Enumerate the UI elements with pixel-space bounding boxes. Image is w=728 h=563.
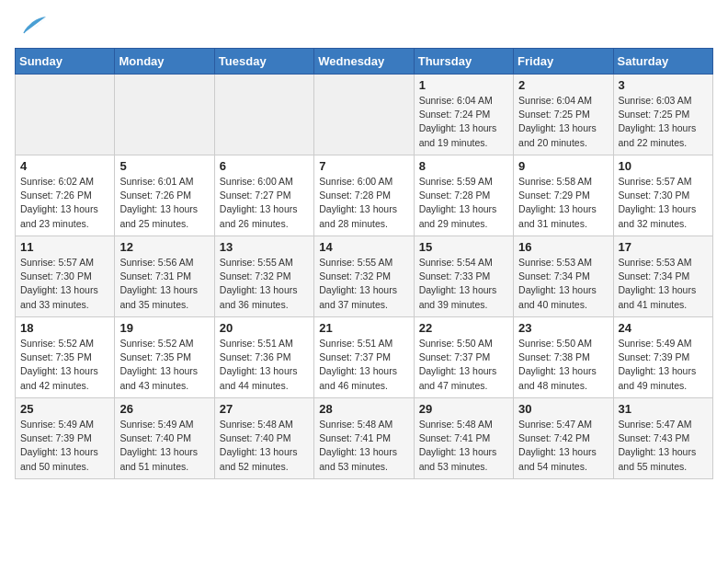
day-info: Sunrise: 5:51 AM Sunset: 7:37 PM Dayligh… (319, 337, 408, 393)
calendar-cell: 20Sunrise: 5:51 AM Sunset: 7:36 PM Dayli… (214, 317, 313, 398)
day-info: Sunrise: 5:47 AM Sunset: 7:43 PM Dayligh… (619, 418, 708, 474)
calendar-cell: 11Sunrise: 5:57 AM Sunset: 7:30 PM Dayli… (16, 236, 115, 317)
day-info: Sunrise: 5:52 AM Sunset: 7:35 PM Dayligh… (20, 337, 109, 393)
logo-bird-icon (15, 15, 48, 40)
weekday-header-wednesday: Wednesday (314, 49, 414, 75)
calendar-cell: 8Sunrise: 5:59 AM Sunset: 7:28 PM Daylig… (414, 155, 513, 236)
day-info: Sunrise: 5:53 AM Sunset: 7:34 PM Dayligh… (619, 256, 708, 312)
calendar-cell: 29Sunrise: 5:48 AM Sunset: 7:41 PM Dayli… (414, 398, 513, 479)
weekday-header-monday: Monday (115, 49, 214, 75)
day-number: 11 (20, 240, 109, 254)
day-number: 26 (119, 402, 209, 416)
day-info: Sunrise: 6:03 AM Sunset: 7:25 PM Dayligh… (619, 94, 708, 150)
calendar-cell (214, 75, 313, 155)
day-number: 8 (419, 159, 508, 173)
calendar-cell: 30Sunrise: 5:47 AM Sunset: 7:42 PM Dayli… (514, 398, 613, 479)
weekday-header-saturday: Saturday (613, 49, 712, 75)
day-info: Sunrise: 5:56 AM Sunset: 7:31 PM Dayligh… (119, 256, 209, 312)
day-info: Sunrise: 6:02 AM Sunset: 7:26 PM Dayligh… (20, 175, 109, 231)
calendar-cell: 27Sunrise: 5:48 AM Sunset: 7:40 PM Dayli… (214, 398, 313, 479)
day-info: Sunrise: 5:49 AM Sunset: 7:40 PM Dayligh… (119, 418, 209, 474)
weekday-header-thursday: Thursday (414, 49, 513, 75)
day-info: Sunrise: 5:53 AM Sunset: 7:34 PM Dayligh… (518, 256, 608, 312)
calendar-cell: 2Sunrise: 6:04 AM Sunset: 7:25 PM Daylig… (514, 75, 613, 155)
day-info: Sunrise: 5:55 AM Sunset: 7:32 PM Dayligh… (319, 256, 408, 312)
day-number: 22 (419, 321, 508, 335)
day-info: Sunrise: 6:00 AM Sunset: 7:28 PM Dayligh… (319, 175, 408, 231)
weekday-header-friday: Friday (514, 49, 613, 75)
day-number: 19 (119, 321, 209, 335)
page-header (15, 15, 713, 40)
calendar-cell: 26Sunrise: 5:49 AM Sunset: 7:40 PM Dayli… (115, 398, 214, 479)
calendar-cell: 7Sunrise: 6:00 AM Sunset: 7:28 PM Daylig… (314, 155, 414, 236)
calendar-cell: 4Sunrise: 6:02 AM Sunset: 7:26 PM Daylig… (16, 155, 115, 236)
day-info: Sunrise: 5:59 AM Sunset: 7:28 PM Dayligh… (419, 175, 508, 231)
calendar-cell: 21Sunrise: 5:51 AM Sunset: 7:37 PM Dayli… (314, 317, 414, 398)
calendar-cell: 25Sunrise: 5:49 AM Sunset: 7:39 PM Dayli… (16, 398, 115, 479)
day-info: Sunrise: 5:48 AM Sunset: 7:41 PM Dayligh… (319, 418, 408, 474)
day-info: Sunrise: 5:57 AM Sunset: 7:30 PM Dayligh… (619, 175, 708, 231)
day-info: Sunrise: 5:51 AM Sunset: 7:36 PM Dayligh… (220, 337, 309, 393)
calendar-cell (16, 75, 115, 155)
day-info: Sunrise: 5:57 AM Sunset: 7:30 PM Dayligh… (20, 256, 109, 312)
calendar-cell: 19Sunrise: 5:52 AM Sunset: 7:35 PM Dayli… (115, 317, 214, 398)
calendar-header: SundayMondayTuesdayWednesdayThursdayFrid… (16, 49, 713, 75)
day-info: Sunrise: 5:50 AM Sunset: 7:37 PM Dayligh… (419, 337, 508, 393)
day-info: Sunrise: 5:47 AM Sunset: 7:42 PM Dayligh… (518, 418, 608, 474)
day-info: Sunrise: 6:00 AM Sunset: 7:27 PM Dayligh… (220, 175, 309, 231)
day-number: 28 (319, 402, 408, 416)
calendar-cell: 23Sunrise: 5:50 AM Sunset: 7:38 PM Dayli… (514, 317, 613, 398)
day-number: 6 (220, 159, 309, 173)
calendar-cell: 1Sunrise: 6:04 AM Sunset: 7:24 PM Daylig… (414, 75, 513, 155)
calendar-cell: 17Sunrise: 5:53 AM Sunset: 7:34 PM Dayli… (613, 236, 712, 317)
day-number: 21 (319, 321, 408, 335)
calendar-table: SundayMondayTuesdayWednesdayThursdayFrid… (15, 48, 713, 479)
calendar-cell: 3Sunrise: 6:03 AM Sunset: 7:25 PM Daylig… (613, 75, 712, 155)
day-number: 20 (220, 321, 309, 335)
day-number: 30 (518, 402, 608, 416)
day-info: Sunrise: 5:48 AM Sunset: 7:41 PM Dayligh… (419, 418, 508, 474)
day-info: Sunrise: 6:01 AM Sunset: 7:26 PM Dayligh… (119, 175, 209, 231)
day-number: 23 (518, 321, 608, 335)
day-info: Sunrise: 5:54 AM Sunset: 7:33 PM Dayligh… (419, 256, 508, 312)
day-info: Sunrise: 5:52 AM Sunset: 7:35 PM Dayligh… (119, 337, 209, 393)
day-number: 16 (518, 240, 608, 254)
calendar-cell: 13Sunrise: 5:55 AM Sunset: 7:32 PM Dayli… (214, 236, 313, 317)
calendar-cell: 10Sunrise: 5:57 AM Sunset: 7:30 PM Dayli… (613, 155, 712, 236)
calendar-cell: 16Sunrise: 5:53 AM Sunset: 7:34 PM Dayli… (514, 236, 613, 317)
calendar-cell: 15Sunrise: 5:54 AM Sunset: 7:33 PM Dayli… (414, 236, 513, 317)
calendar-cell: 9Sunrise: 5:58 AM Sunset: 7:29 PM Daylig… (514, 155, 613, 236)
calendar-cell: 31Sunrise: 5:47 AM Sunset: 7:43 PM Dayli… (613, 398, 712, 479)
day-info: Sunrise: 5:49 AM Sunset: 7:39 PM Dayligh… (20, 418, 109, 474)
logo (15, 15, 51, 40)
day-info: Sunrise: 5:55 AM Sunset: 7:32 PM Dayligh… (220, 256, 309, 312)
weekday-header-sunday: Sunday (16, 49, 115, 75)
day-number: 27 (220, 402, 309, 416)
day-number: 18 (20, 321, 109, 335)
day-number: 2 (518, 78, 608, 92)
day-number: 12 (119, 240, 209, 254)
calendar-cell: 28Sunrise: 5:48 AM Sunset: 7:41 PM Dayli… (314, 398, 414, 479)
weekday-header-tuesday: Tuesday (214, 49, 313, 75)
day-number: 9 (518, 159, 608, 173)
calendar-cell: 12Sunrise: 5:56 AM Sunset: 7:31 PM Dayli… (115, 236, 214, 317)
day-number: 14 (319, 240, 408, 254)
day-number: 15 (419, 240, 508, 254)
day-number: 29 (419, 402, 508, 416)
day-info: Sunrise: 5:58 AM Sunset: 7:29 PM Dayligh… (518, 175, 608, 231)
calendar-cell: 22Sunrise: 5:50 AM Sunset: 7:37 PM Dayli… (414, 317, 513, 398)
day-number: 24 (619, 321, 708, 335)
day-info: Sunrise: 5:49 AM Sunset: 7:39 PM Dayligh… (619, 337, 708, 393)
day-number: 17 (619, 240, 708, 254)
day-number: 1 (419, 78, 508, 92)
day-number: 4 (20, 159, 109, 173)
calendar-cell: 18Sunrise: 5:52 AM Sunset: 7:35 PM Dayli… (16, 317, 115, 398)
calendar-cell: 14Sunrise: 5:55 AM Sunset: 7:32 PM Dayli… (314, 236, 414, 317)
day-number: 25 (20, 402, 109, 416)
day-number: 31 (619, 402, 708, 416)
day-number: 3 (619, 78, 708, 92)
calendar-cell: 6Sunrise: 6:00 AM Sunset: 7:27 PM Daylig… (214, 155, 313, 236)
day-number: 5 (119, 159, 209, 173)
day-info: Sunrise: 6:04 AM Sunset: 7:24 PM Dayligh… (419, 94, 508, 150)
calendar-cell: 24Sunrise: 5:49 AM Sunset: 7:39 PM Dayli… (613, 317, 712, 398)
